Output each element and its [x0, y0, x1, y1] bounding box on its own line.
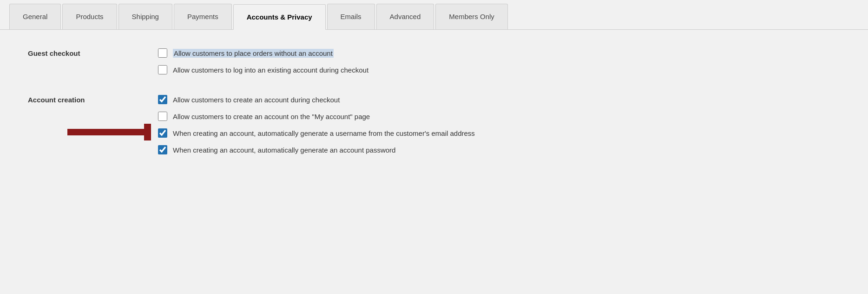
- section-options-account-creation: Allow customers to create an account dur…: [158, 95, 475, 154]
- checkbox-label-auto-generate-username[interactable]: When creating an account, automatically …: [173, 129, 475, 137]
- tab-bar: GeneralProductsShippingPaymentsAccounts …: [0, 0, 868, 30]
- section-guest-checkout: Guest checkoutAllow customers to place o…: [28, 48, 840, 74]
- arrow-icon: [67, 124, 151, 140]
- checkbox-create-account-checkout[interactable]: [158, 95, 167, 104]
- checkbox-row-auto-generate-password: When creating an account, automatically …: [158, 145, 475, 154]
- checkbox-label-allow-orders-without-account[interactable]: Allow customers to place orders without …: [173, 49, 334, 58]
- checkbox-label-auto-generate-password[interactable]: When creating an account, automatically …: [173, 146, 395, 154]
- section-options-guest-checkout: Allow customers to place orders without …: [158, 48, 368, 74]
- checkbox-row-allow-login-during-checkout: Allow customers to log into an existing …: [158, 65, 368, 74]
- checkbox-row-auto-generate-username: When creating an account, automatically …: [158, 128, 475, 138]
- tab-advanced[interactable]: Advanced: [376, 4, 434, 29]
- checkbox-row-create-account-my-account: Allow customers to create an account on …: [158, 112, 475, 121]
- main-content: Guest checkoutAllow customers to place o…: [0, 30, 868, 194]
- tab-products[interactable]: Products: [62, 4, 117, 29]
- checkbox-label-allow-login-during-checkout[interactable]: Allow customers to log into an existing …: [173, 66, 368, 74]
- checkbox-create-account-my-account[interactable]: [158, 112, 167, 121]
- tab-payments[interactable]: Payments: [174, 4, 232, 29]
- checkbox-label-create-account-checkout[interactable]: Allow customers to create an account dur…: [173, 96, 340, 104]
- section-account-creation: Account creationAllow customers to creat…: [28, 95, 840, 154]
- checkbox-label-create-account-my-account[interactable]: Allow customers to create an account on …: [173, 113, 370, 120]
- checkbox-row-create-account-checkout: Allow customers to create an account dur…: [158, 95, 475, 104]
- section-label-guest-checkout: Guest checkout: [28, 48, 158, 74]
- checkbox-auto-generate-username[interactable]: [158, 128, 167, 138]
- tab-emails[interactable]: Emails: [327, 4, 375, 29]
- checkbox-allow-orders-without-account[interactable]: [158, 48, 167, 58]
- tab-general[interactable]: General: [9, 4, 61, 29]
- tab-members-only[interactable]: Members Only: [435, 4, 508, 29]
- tab-accounts-privacy[interactable]: Accounts & Privacy: [233, 4, 326, 30]
- checkbox-auto-generate-password[interactable]: [158, 145, 167, 154]
- checkbox-allow-login-during-checkout[interactable]: [158, 65, 167, 74]
- checkbox-row-allow-orders-without-account: Allow customers to place orders without …: [158, 48, 368, 58]
- tab-shipping[interactable]: Shipping: [118, 4, 172, 29]
